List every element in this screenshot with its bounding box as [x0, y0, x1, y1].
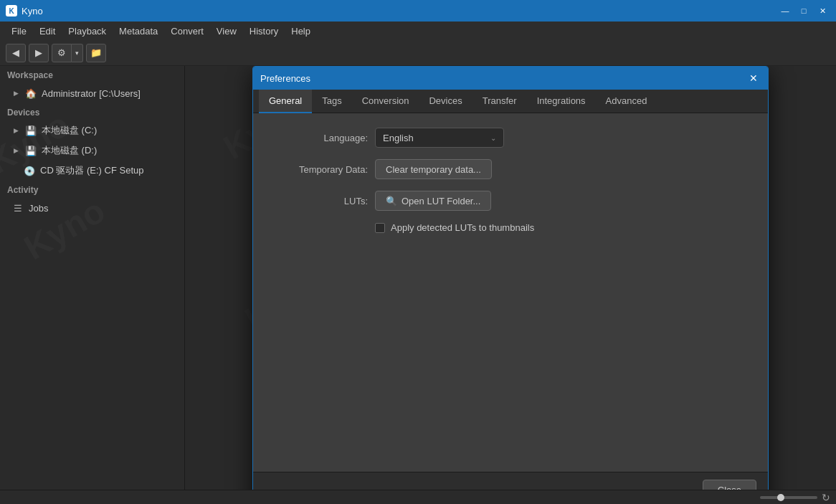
apply-luts-checkbox[interactable] [375, 223, 385, 233]
language-select[interactable]: English ⌄ [375, 128, 504, 148]
sidebar-item-admin[interactable]: ▶ 🏠 Administrator [C:\Users] [0, 83, 184, 103]
sidebar-item-device2[interactable]: ▶ 💾 本地磁盘 (D:) [0, 141, 184, 161]
luts-row: LUTs: 🔍 Open LUT Folder... [275, 191, 746, 211]
tab-devices[interactable]: Devices [419, 90, 472, 113]
jobs-icon: ☰ [11, 201, 24, 214]
maximize-button[interactable]: □ [796, 5, 812, 16]
window-controls: — □ ✕ [777, 5, 830, 16]
tab-conversion[interactable]: Conversion [352, 90, 419, 113]
luts-label: LUTs: [275, 196, 368, 206]
dialog-footer: Close [253, 472, 768, 490]
menu-edit[interactable]: Edit [34, 24, 61, 39]
device1-label: 本地磁盘 (C:) [42, 124, 97, 137]
back-button[interactable]: ◀ [6, 44, 26, 62]
dialog-close-footer-button[interactable]: Close [703, 480, 756, 490]
temp-data-label: Temporary Data: [275, 164, 368, 175]
settings-button[interactable]: ⚙ [52, 44, 72, 62]
zoom-slider[interactable] [760, 496, 817, 499]
main-layout: Kyno Kyno Workspace ▶ 🏠 Administrator [C… [0, 66, 836, 490]
zoom-thumb [777, 494, 784, 501]
devices-header: Devices [0, 103, 184, 120]
activity-header: Activity [0, 181, 184, 198]
dialog-tabs: General Tags Conversion Devices Transfer… [253, 90, 768, 113]
menu-metadata[interactable]: Metadata [113, 24, 163, 39]
forward-button[interactable]: ▶ [29, 44, 49, 62]
drive-icon-2: 💾 [24, 144, 37, 157]
dialog-overlay: Preferences ✕ General Tags Conversion De… [185, 66, 836, 490]
drive-icon-1: 💾 [24, 124, 37, 137]
expand-icon-1: ▶ [11, 126, 20, 135]
title-bar: K Kyno — □ ✕ [0, 0, 836, 22]
app-icon: K [6, 5, 17, 16]
menu-view[interactable]: View [211, 24, 242, 39]
tab-advanced[interactable]: Advanced [596, 90, 657, 113]
lut-btn-label: Open LUT Folder... [402, 196, 480, 206]
settings-dropdown: ⚙ ▾ [52, 44, 83, 62]
jobs-label: Jobs [29, 203, 48, 214]
menu-history[interactable]: History [244, 24, 284, 39]
window-close-button[interactable]: ✕ [814, 5, 830, 16]
language-row: Language: English ⌄ [275, 128, 746, 148]
toolbar: ◀ ▶ ⚙ ▾ 📁 [0, 40, 836, 66]
tab-general[interactable]: General [259, 90, 312, 113]
admin-label: Administrator [C:\Users] [42, 88, 141, 99]
dialog-close-button[interactable]: ✕ [746, 71, 761, 85]
workspace-header: Workspace [0, 66, 184, 83]
dialog-content: Language: English ⌄ Temporary Data: Clea… [253, 113, 768, 472]
minimize-button[interactable]: — [777, 5, 793, 16]
folder-search-icon: 🔍 [386, 195, 397, 206]
tab-tags[interactable]: Tags [312, 90, 351, 113]
sidebar: Kyno Kyno Workspace ▶ 🏠 Administrator [C… [0, 66, 185, 490]
temp-data-row: Temporary Data: Clear temporary data... [275, 159, 746, 179]
tab-transfer[interactable]: Transfer [472, 90, 527, 113]
device2-label: 本地磁盘 (D:) [42, 144, 97, 157]
menu-playback[interactable]: Playback [62, 24, 112, 39]
home-icon: 🏠 [24, 87, 37, 100]
menu-help[interactable]: Help [285, 24, 316, 39]
language-label: Language: [275, 133, 368, 143]
menu-convert[interactable]: Convert [165, 24, 209, 39]
expand-icon: ▶ [11, 89, 20, 98]
device3-label: CD 驱动器 (E:) CF Setup [40, 164, 143, 177]
menu-bar: File Edit Playback Metadata Convert View… [0, 22, 836, 40]
sidebar-item-device1[interactable]: ▶ 💾 本地磁盘 (C:) [0, 120, 184, 141]
settings-arrow-button[interactable]: ▾ [72, 44, 83, 62]
title-text: Kyno [22, 6, 43, 16]
expand-icon-2: ▶ [11, 146, 20, 155]
menu-file[interactable]: File [6, 24, 32, 39]
chevron-down-icon: ⌄ [490, 134, 496, 142]
open-lut-folder-button[interactable]: 🔍 Open LUT Folder... [375, 191, 491, 211]
dialog-title-bar: Preferences ✕ [253, 67, 768, 90]
sidebar-item-device3[interactable]: 💿 CD 驱动器 (E:) CF Setup [0, 161, 184, 181]
cd-icon: 💿 [23, 164, 36, 177]
dialog-title: Preferences [260, 73, 310, 84]
clear-temp-data-button[interactable]: Clear temporary data... [375, 159, 492, 179]
sidebar-item-jobs[interactable]: ☰ Jobs [0, 198, 184, 218]
apply-luts-label: Apply detected LUTs to thumbnails [391, 222, 534, 233]
tab-integrations[interactable]: Integrations [527, 90, 596, 113]
language-value: English [383, 133, 414, 143]
folder-button[interactable]: 📁 [86, 44, 106, 62]
title-left: K Kyno [6, 5, 43, 16]
checkbox-row: Apply detected LUTs to thumbnails [375, 222, 746, 233]
preferences-dialog: Preferences ✕ General Tags Conversion De… [252, 66, 769, 490]
refresh-button[interactable]: ↻ [822, 492, 830, 503]
status-bar: ↻ [0, 490, 836, 504]
content-area: Kyno Kyno Kyno Kyno Preferences ✕ Genera… [185, 66, 836, 490]
